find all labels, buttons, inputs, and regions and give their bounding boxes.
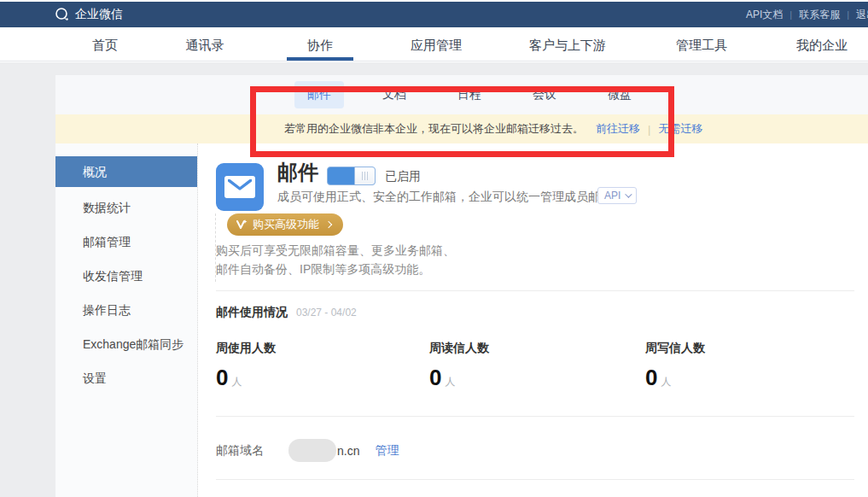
usage-date-range: 03/27 - 04/02 xyxy=(296,307,357,319)
top-link-divider: | xyxy=(847,9,849,20)
domain-visible-suffix: n.cn xyxy=(337,444,359,458)
nav-item-contacts[interactable]: 通讯录 xyxy=(186,38,224,54)
stat-label: 周读信人数 xyxy=(429,341,489,356)
stat-value: 0 xyxy=(216,365,228,390)
tab-meeting[interactable]: 会议 xyxy=(520,81,569,108)
section-divider xyxy=(216,416,854,417)
contact-support-link[interactable]: 联系客服 xyxy=(797,8,842,22)
nav-item-admin-tools[interactable]: 管理工具 xyxy=(676,38,727,54)
notice-link-divider: | xyxy=(648,123,650,136)
api-dropdown-label: API xyxy=(604,190,620,202)
nav-item-customers[interactable]: 客户与上下游 xyxy=(529,38,606,54)
sidebar-item-overview[interactable]: 概况 xyxy=(55,156,197,187)
benefits-line-1: 购买后可享受无限邮箱容量、更多业务邮箱、 xyxy=(216,241,455,260)
api-docs-link[interactable]: API文档 xyxy=(744,8,784,22)
tab-docs[interactable]: 文档 xyxy=(370,81,419,108)
tab-calendar[interactable]: 日程 xyxy=(445,81,494,108)
nav-item-collaboration[interactable]: 协作 xyxy=(307,38,333,54)
mail-app-icon xyxy=(216,163,264,211)
stat-unit: 人 xyxy=(445,376,455,388)
sidebar: 概况 数据统计 邮箱管理 收发信管理 操作日志 Exchange邮箱同步 设置 xyxy=(55,143,198,497)
benefits-line-2: 邮件自动备份、IP限制等多项高级功能。 xyxy=(216,260,455,278)
stat-unit: 人 xyxy=(231,376,242,388)
api-dropdown-button[interactable]: API xyxy=(597,187,637,204)
subnav-tabs: 邮件 文档 日程 会议 微盘 xyxy=(55,75,868,114)
sidebar-item-exchange-sync[interactable]: Exchange邮箱同步 xyxy=(55,327,197,361)
manage-domain-link[interactable]: 管理 xyxy=(375,443,399,459)
usage-section-header: 邮件使用情况 03/27 - 04/02 xyxy=(216,305,357,320)
usage-title: 邮件使用情况 xyxy=(216,305,288,320)
no-migration-link[interactable]: 无需迁移 xyxy=(658,121,702,137)
tab-drive[interactable]: 微盘 xyxy=(595,81,644,108)
sparkle-icon xyxy=(236,219,248,231)
buy-premium-label: 购买高级功能 xyxy=(253,217,319,232)
stat-value: 0 xyxy=(429,365,441,390)
sidebar-item-send-receive[interactable]: 收发信管理 xyxy=(55,259,197,293)
nav-item-home[interactable]: 首页 xyxy=(92,38,118,54)
tab-mail[interactable]: 邮件 xyxy=(294,81,344,108)
page: 企业微信 API文档 | 联系客服 | 退出 首页 通讯录 协作 应用管理 客户… xyxy=(0,0,868,497)
stat-value: 0 xyxy=(645,365,657,390)
sidebar-item-settings[interactable]: 设置 xyxy=(55,361,197,395)
migration-notice-bar: 若常用的企业微信非本企业，现在可以将企业邮箱迁移过去。 前往迁移 | 无需迁移 xyxy=(55,114,868,143)
nav-active-underline xyxy=(287,57,353,61)
main-nav: 首页 通讯录 协作 应用管理 客户与上下游 管理工具 我的企业 xyxy=(0,27,868,61)
stat-weekly-writers: 周写信人数 0人 xyxy=(645,341,705,391)
stat-label: 周使用人数 xyxy=(216,341,276,356)
sidebar-item-mailbox-management[interactable]: 邮箱管理 xyxy=(55,225,197,259)
top-bar: 企业微信 API文档 | 联系客服 | 退出 xyxy=(0,2,868,27)
app-description: 成员可使用正式、安全的工作邮箱，企业可以统一管理成员邮箱。 xyxy=(277,190,624,205)
migrate-now-link[interactable]: 前往迁移 xyxy=(596,121,640,137)
status-enabled-label: 已启用 xyxy=(385,169,421,184)
chevron-right-icon xyxy=(325,221,332,228)
stat-weekly-users: 周使用人数 0人 xyxy=(216,341,276,391)
sidebar-item-operation-log[interactable]: 操作日志 xyxy=(55,293,197,327)
top-links: API文档 | 联系客服 | 退出 xyxy=(744,2,868,27)
nav-item-my-company[interactable]: 我的企业 xyxy=(796,38,848,54)
wechat-work-bubble-icon xyxy=(55,8,70,21)
section-divider xyxy=(216,479,854,480)
logout-link[interactable]: 退出 xyxy=(854,8,868,22)
stat-unit: 人 xyxy=(661,376,671,388)
stat-weekly-readers: 周读信人数 0人 xyxy=(429,341,489,391)
stat-label: 周写信人数 xyxy=(645,341,705,356)
premium-benefits-text: 购买后可享受无限邮箱容量、更多业务邮箱、 邮件自动备份、IP限制等多项高级功能。 xyxy=(216,241,455,278)
app-title: 邮件 xyxy=(277,159,318,186)
migration-notice-text: 若常用的企业微信非本企业，现在可以将企业邮箱迁移过去。 xyxy=(284,121,584,137)
sidebar-item-statistics[interactable]: 数据统计 xyxy=(55,190,197,225)
subnav-strip: 邮件 文档 日程 会议 微盘 xyxy=(55,75,868,114)
section-divider xyxy=(216,290,854,291)
domain-label: 邮箱域名 xyxy=(216,443,264,459)
brand-logo[interactable]: 企业微信 xyxy=(55,7,123,22)
chevron-down-icon xyxy=(626,190,632,197)
envelope-flap-icon xyxy=(228,179,252,191)
mail-enabled-toggle[interactable] xyxy=(327,167,376,185)
top-link-divider: | xyxy=(789,9,792,20)
main-content: 邮件 已启用 成员可使用正式、安全的工作邮箱，企业可以统一管理成员邮箱。 API… xyxy=(198,143,868,497)
nav-item-app-management[interactable]: 应用管理 xyxy=(411,38,462,54)
mail-domain-row: 邮箱域名 n.cn 管理 xyxy=(216,439,399,462)
brand-name: 企业微信 xyxy=(75,7,123,22)
redacted-domain xyxy=(288,439,336,462)
toggle-knob xyxy=(354,167,375,184)
buy-premium-button[interactable]: 购买高级功能 xyxy=(227,213,343,236)
